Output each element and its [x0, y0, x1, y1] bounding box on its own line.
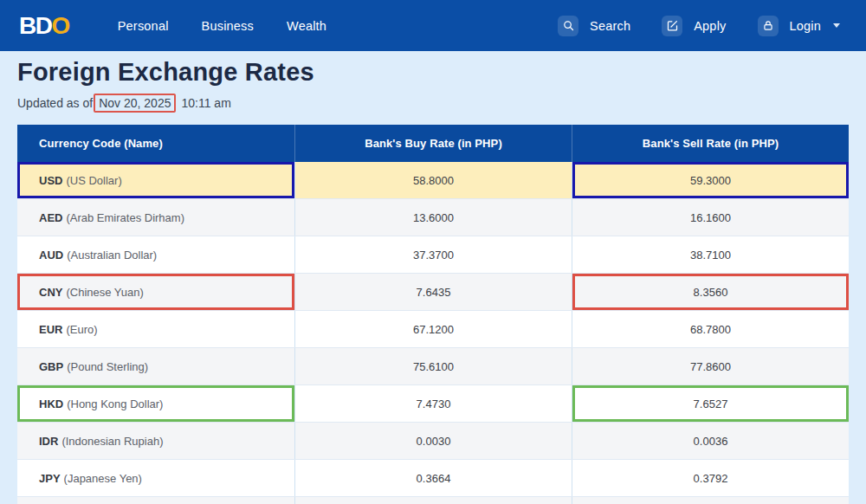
col-header-buy-rate: Bank's Buy Rate (in PHP) — [294, 125, 572, 162]
sell-rate-cell: 59.3000 — [572, 162, 849, 198]
currency-cell: USD(US Dollar) — [17, 162, 294, 198]
partial-cell — [17, 497, 294, 504]
sell-rate-cell: 8.3560 — [572, 274, 849, 310]
sell-rate-cell: 0.3792 — [572, 460, 849, 496]
sell-rate-cell: 7.6527 — [572, 385, 849, 422]
updated-prefix: Updated as of — [17, 96, 93, 110]
fx-row-gbp: GBP(Pound Sterling)75.610077.8600 — [17, 348, 849, 385]
page-title: Foreign Exchange Rates — [17, 58, 849, 87]
nav-personal[interactable]: Personal — [118, 19, 169, 33]
fx-row-aed: AED(Arab Emirates Dirham)13.600016.1600 — [17, 199, 849, 236]
col-header-sell-rate: Bank's Sell Rate (in PHP) — [572, 125, 849, 162]
currency-cell: CNY(Chinese Yuan) — [17, 274, 294, 310]
login-label: Login — [790, 19, 821, 33]
header-actions: Search Apply Login — [558, 16, 840, 36]
page-content: Foreign Exchange Rates Updated as of Nov… — [0, 51, 866, 504]
login-button[interactable]: Login — [758, 16, 840, 36]
fx-row-idr: IDR(Indonesian Rupiah)0.00300.0036 — [17, 423, 849, 460]
updated-date-annotated: Nov 20, 2025 — [94, 94, 176, 113]
currency-cell: HKD(Hong Kong Dollar) — [17, 385, 294, 422]
logo-o-text: O — [51, 12, 68, 39]
lock-icon — [758, 16, 779, 36]
bdo-logo[interactable]: BDO — [19, 14, 69, 38]
apply-button[interactable]: Apply — [662, 16, 726, 36]
search-button[interactable]: Search — [558, 16, 630, 36]
buy-rate-cell: 7.4730 — [294, 385, 572, 422]
edit-icon — [662, 16, 682, 36]
nav-wealth[interactable]: Wealth — [287, 19, 326, 33]
sell-rate-cell: 16.1600 — [572, 199, 849, 236]
search-label: Search — [590, 19, 630, 33]
buy-rate-cell: 13.6000 — [294, 199, 572, 236]
buy-rate-cell: 7.6435 — [294, 274, 572, 310]
currency-cell: JPY(Japanese Yen) — [17, 460, 294, 496]
top-nav: BDO Personal Business Wealth Search Appl… — [0, 0, 866, 51]
updated-line: Updated as of Nov 20, 2025 10:11 am — [17, 94, 849, 113]
buy-rate-cell: 37.3700 — [294, 236, 572, 273]
main-nav: Personal Business Wealth — [118, 19, 326, 33]
buy-rate-cell: 75.6100 — [294, 348, 572, 384]
buy-rate-cell: 58.8000 — [294, 162, 572, 198]
apply-label: Apply — [694, 19, 726, 33]
sell-rate-cell: 68.7800 — [572, 311, 849, 347]
fx-row-jpy: JPY(Japanese Yen)0.36640.3792 — [17, 460, 849, 497]
search-icon — [558, 16, 578, 36]
fx-row-eur: EUR(Euro)67.120068.7800 — [17, 311, 849, 348]
buy-rate-cell: 0.3664 — [294, 460, 572, 496]
buy-rate-cell: 67.1200 — [294, 311, 572, 347]
sell-rate-cell: 38.7100 — [572, 236, 849, 273]
fx-row-hkd: HKD(Hong Kong Dollar)7.47307.6527 — [17, 385, 849, 423]
nav-business[interactable]: Business — [202, 19, 254, 33]
currency-cell: AED(Arab Emirates Dirham) — [17, 199, 294, 236]
updated-time: 10:11 am — [181, 96, 230, 110]
fx-row-usd: USD(US Dollar)58.800059.3000 — [17, 162, 849, 199]
table-body: USD(US Dollar)58.800059.3000AED(Arab Emi… — [17, 162, 849, 497]
logo-bd-text: BD — [19, 12, 51, 39]
sell-rate-cell: 77.8600 — [572, 348, 849, 384]
col-header-currency: Currency Code (Name) — [17, 125, 294, 162]
currency-cell: IDR(Indonesian Rupiah) — [17, 423, 294, 459]
currency-cell: GBP(Pound Sterling) — [17, 348, 294, 384]
partial-cell — [294, 497, 572, 504]
fx-row-aud: AUD(Australian Dollar)37.370038.7100 — [17, 236, 849, 274]
table-header-row: Currency Code (Name) Bank's Buy Rate (in… — [17, 125, 849, 162]
chevron-down-icon — [833, 23, 840, 28]
currency-cell: AUD(Australian Dollar) — [17, 236, 294, 273]
sell-rate-cell: 0.0036 — [572, 423, 849, 459]
partial-cell — [572, 497, 849, 504]
buy-rate-cell: 0.0030 — [294, 423, 572, 459]
fx-row-cny: CNY(Chinese Yuan)7.64358.3560 — [17, 274, 849, 311]
fx-rates-table: Currency Code (Name) Bank's Buy Rate (in… — [17, 125, 849, 504]
currency-cell: EUR(Euro) — [17, 311, 294, 347]
partial-next-row — [17, 497, 849, 504]
